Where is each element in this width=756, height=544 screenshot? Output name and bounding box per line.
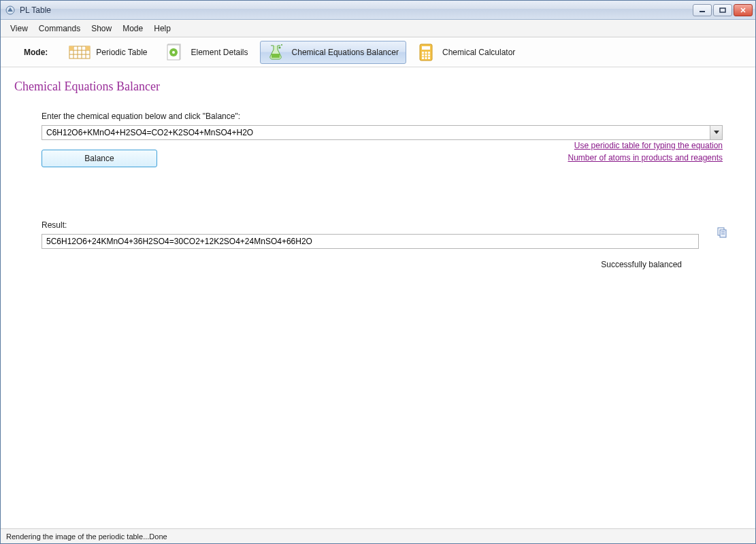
- menu-bar: View Commands Show Mode Help: [1, 20, 755, 37]
- periodic-table-icon: [69, 42, 91, 63]
- content-area: Chemical Equations Balancer Enter the ch…: [1, 67, 755, 528]
- minimize-button[interactable]: [693, 4, 712, 16]
- svg-rect-25: [425, 54, 427, 56]
- svg-rect-29: [428, 57, 430, 59]
- svg-point-15: [172, 51, 175, 54]
- link-periodic-table[interactable]: Use periodic table for typing the equati…: [568, 141, 723, 150]
- helper-links: Use periodic table for typing the equati…: [568, 141, 723, 165]
- svg-rect-26: [428, 54, 430, 56]
- page-title: Chemical Equations Balancer: [14, 80, 742, 94]
- menu-commands[interactable]: Commands: [33, 21, 86, 36]
- svg-rect-11: [86, 46, 90, 50]
- menu-show[interactable]: Show: [86, 21, 117, 36]
- svg-rect-20: [422, 46, 430, 50]
- mode-label-text: Element Details: [191, 48, 248, 57]
- svg-rect-24: [422, 54, 424, 56]
- status-bar-text: Rendering the image of the periodic tabl…: [6, 532, 167, 541]
- chevron-down-icon: [714, 131, 719, 135]
- link-atom-count[interactable]: Number of atoms in products and reagents: [568, 153, 723, 163]
- mode-toolbar: Mode: Periodic Table: [1, 37, 755, 67]
- close-button[interactable]: [734, 4, 753, 16]
- svg-rect-2: [720, 8, 725, 12]
- mode-element-details[interactable]: Element Details: [159, 41, 256, 64]
- svg-point-17: [278, 46, 280, 48]
- calculator-icon: [415, 42, 437, 63]
- svg-rect-23: [428, 52, 430, 54]
- dropdown-button[interactable]: [710, 126, 722, 139]
- menu-help[interactable]: Help: [148, 21, 176, 36]
- flask-icon: [265, 42, 286, 63]
- equation-input[interactable]: [42, 126, 710, 139]
- window-title: PL Table: [20, 5, 693, 15]
- mode-calculator[interactable]: Chemical Calculator: [410, 41, 523, 64]
- svg-rect-22: [425, 52, 427, 54]
- equation-input-label: Enter the chemical equation below and cl…: [42, 112, 723, 121]
- status-bar: Rendering the image of the periodic tabl…: [1, 528, 755, 543]
- mode-label-text: Chemical Equations Balancer: [292, 48, 399, 57]
- copy-icon[interactable]: [716, 226, 728, 241]
- balance-button[interactable]: Balance: [42, 150, 157, 167]
- mode-periodic-table[interactable]: Periodic Table: [64, 41, 154, 64]
- equation-combobox[interactable]: [42, 125, 723, 140]
- result-block: Result:: [42, 220, 723, 249]
- element-details-icon: [164, 42, 186, 63]
- mode-equations-balancer[interactable]: Chemical Equations Balancer: [260, 41, 406, 64]
- balance-button-label: Balance: [84, 154, 114, 163]
- result-label: Result:: [42, 220, 723, 230]
- maximize-button[interactable]: [713, 4, 732, 16]
- svg-rect-1: [700, 11, 705, 12]
- svg-rect-21: [422, 52, 424, 54]
- menu-view[interactable]: View: [5, 21, 33, 36]
- mode-label-text: Periodic Table: [96, 48, 147, 57]
- svg-rect-10: [69, 46, 73, 50]
- svg-point-18: [281, 44, 282, 46]
- title-bar: PL Table: [1, 1, 755, 20]
- menu-mode[interactable]: Mode: [117, 21, 148, 36]
- balance-status: Successfully balanced: [42, 260, 682, 269]
- svg-rect-16: [272, 54, 280, 58]
- mode-label: Mode:: [24, 48, 48, 57]
- svg-rect-28: [425, 57, 427, 59]
- result-output[interactable]: [42, 234, 699, 249]
- window-controls: [693, 4, 753, 16]
- app-icon: [5, 5, 16, 16]
- form-area: Enter the chemical equation below and cl…: [42, 112, 723, 269]
- mode-label-text: Chemical Calculator: [442, 48, 515, 57]
- svg-rect-27: [422, 57, 424, 59]
